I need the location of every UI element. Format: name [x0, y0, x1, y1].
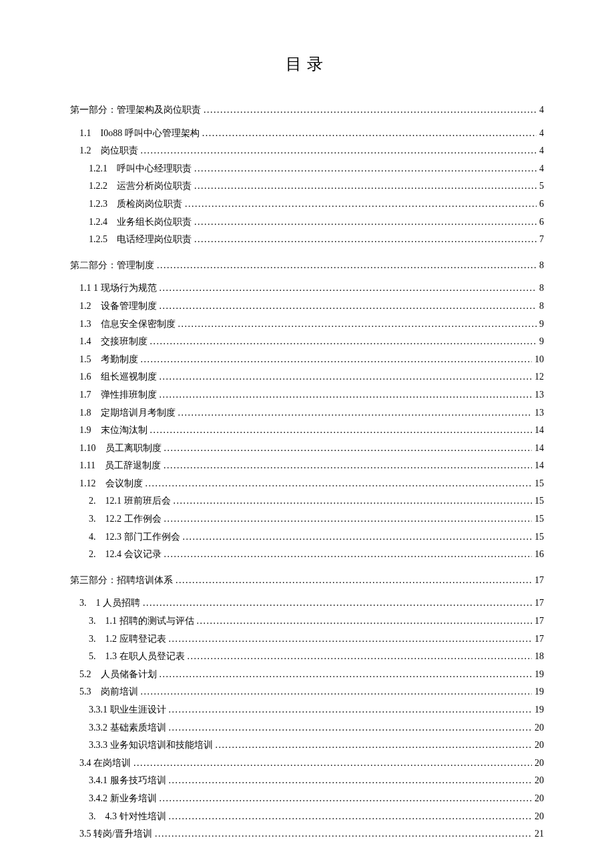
- toc-entry: 1.2.3 质检岗岗位职责6: [70, 195, 544, 213]
- toc-leader-dots: [204, 101, 537, 119]
- toc-page-number: 4: [539, 142, 544, 160]
- toc-entry: 3.3.2 基础素质培训20: [70, 719, 544, 737]
- toc-label: 1.5 考勤制度: [79, 351, 138, 369]
- toc-leader-dots: [164, 440, 533, 458]
- toc-leader-dots: [176, 572, 532, 590]
- toc-label: 1.2.5 电话经理岗位职责: [89, 231, 192, 249]
- toc-page-number: 14: [535, 457, 544, 475]
- toc-entry: 5.2 人员储备计划19: [70, 666, 544, 684]
- toc-entry: 3. 1.2 应聘登记表17: [70, 630, 544, 648]
- toc-label: 3.3.3 业务知识培训和技能培训: [89, 737, 213, 755]
- toc-page-number: 15: [535, 528, 544, 546]
- toc-label: 5.3 岗前培训: [79, 683, 138, 701]
- toc-leader-dots: [178, 404, 533, 422]
- toc-entry: 3. 1.1 招聘的测试与评估17: [70, 612, 544, 630]
- page-title: 目录: [70, 53, 544, 75]
- toc-entry: 1.1 1 现场行为规范8: [70, 280, 544, 298]
- toc-label: 1.9 末位淘汰制: [79, 422, 147, 440]
- toc-entry: 1.2.1 呼叫中心经理职责4: [70, 160, 544, 178]
- toc-page-number: 15: [535, 475, 544, 493]
- toc-leader-dots: [164, 457, 532, 475]
- toc-label: 5.2 人员储备计划: [79, 666, 157, 684]
- toc-leader-dots: [169, 630, 533, 648]
- toc-label: 1.1 1 现场行为规范: [79, 280, 157, 298]
- toc-entry: 1.6 组长巡视制度12: [70, 368, 544, 386]
- toc-label: 1.4 交接班制度: [79, 333, 147, 351]
- toc-label: 1.2.1 呼叫中心经理职责: [89, 160, 192, 178]
- toc-leader-dots: [150, 333, 537, 351]
- toc-label: 1.2 设备管理制度: [79, 298, 157, 316]
- toc-page-number: 4: [539, 101, 544, 119]
- toc-label: 3. 1 人员招聘: [79, 594, 140, 612]
- toc-entry: 1.8 定期培训月考制度13: [70, 404, 544, 422]
- toc-entry: 3.3.1 职业生涯设计19: [70, 701, 544, 719]
- toc-page-number: 14: [535, 422, 544, 440]
- toc-page-number: 20: [535, 737, 544, 755]
- toc-page-number: 19: [535, 666, 544, 684]
- toc-leader-dots: [202, 125, 537, 143]
- toc-page-number: 13: [535, 386, 544, 404]
- toc-label: 第一部分：管理架构及岗位职责: [70, 101, 201, 119]
- toc-leader-dots: [160, 368, 533, 386]
- toc-page-number: 8: [539, 280, 544, 298]
- toc-page-number: 21: [535, 825, 544, 843]
- toc-leader-dots: [160, 666, 533, 684]
- toc-leader-dots: [174, 492, 533, 510]
- toc-leader-dots: [160, 386, 533, 404]
- toc-leader-dots: [194, 213, 537, 232]
- toc-leader-dots: [160, 298, 537, 316]
- toc-entry: 1.2.5 电话经理岗位职责7: [70, 231, 544, 249]
- toc-label: 1.11 员工辞退制度: [79, 457, 161, 475]
- toc-label: 4. 12.3 部门工作例会: [89, 528, 180, 546]
- toc-entry: 1.11 员工辞退制度14: [70, 457, 544, 475]
- toc-page-number: 15: [535, 492, 544, 510]
- toc-page-number: 5: [539, 177, 544, 195]
- toc-leader-dots: [164, 546, 533, 564]
- toc-page-number: 9: [539, 316, 544, 334]
- toc-page-number: 19: [535, 683, 544, 701]
- toc-label: 1.2.4 业务组长岗位职责: [89, 213, 192, 232]
- toc-entry: 1.9 末位淘汰制14: [70, 422, 544, 440]
- toc-leader-dots: [164, 510, 533, 528]
- toc-label: 1.8 定期培训月考制度: [79, 404, 176, 422]
- toc-entry: 3. 12.2 工作例会15: [70, 510, 544, 528]
- toc-page-number: 20: [535, 719, 544, 737]
- toc-page-number: 13: [535, 404, 544, 422]
- toc-entry: 1.3 信息安全保密制度9: [70, 316, 544, 334]
- toc-entry: 1.1 I0o88 呼叫中心管理架构4: [70, 125, 544, 143]
- toc-page-number: 14: [535, 440, 544, 458]
- toc-page-number: 17: [535, 594, 544, 612]
- toc-entry: 1.10 员工离职制度14: [70, 440, 544, 458]
- toc-leader-dots: [183, 528, 533, 546]
- toc-entry: 第三部分：招聘培训体系17: [70, 572, 544, 590]
- toc-label: 1.1 I0o88 呼叫中心管理架构: [79, 125, 200, 143]
- toc-page-number: 9: [539, 333, 544, 351]
- toc-page-number: 8: [539, 298, 544, 316]
- toc-leader-dots: [145, 475, 533, 493]
- toc-entry: 1.12 会议制度15: [70, 475, 544, 493]
- toc-entry: 4. 12.3 部门工作例会15: [70, 528, 544, 546]
- toc-entry: 3.3.3 业务知识培训和技能培训20: [70, 737, 544, 755]
- toc-leader-dots: [155, 825, 532, 843]
- toc-label: 2. 12.4 会议记录: [89, 546, 162, 564]
- toc-leader-dots: [216, 737, 533, 755]
- toc-leader-dots: [150, 422, 533, 440]
- toc-entry: 1.2.2 运营分析岗位职责5: [70, 177, 544, 195]
- toc-entry: 3. 1 人员招聘17: [70, 594, 544, 612]
- toc-leader-dots: [194, 177, 537, 195]
- toc-page-number: 19: [535, 701, 544, 719]
- toc-label: 1.10 员工离职制度: [79, 440, 162, 458]
- toc-label: 第三部分：招聘培训体系: [70, 572, 173, 590]
- toc-leader-dots: [133, 755, 532, 773]
- toc-entry: 1.5 考勤制度10: [70, 351, 544, 369]
- toc-entry: 5.3 岗前培训19: [70, 683, 544, 701]
- toc-entry: 1.2.4 业务组长岗位职责6: [70, 213, 544, 232]
- toc-leader-dots: [143, 594, 532, 612]
- toc-page-number: 8: [539, 257, 544, 275]
- toc-entry: 3. 4.3 针对性培训20: [70, 808, 544, 826]
- toc-leader-dots: [141, 683, 533, 701]
- toc-page-number: 4: [539, 160, 544, 178]
- toc-entry: 第二部分：管理制度8: [70, 257, 544, 275]
- toc-label: 1.6 组长巡视制度: [79, 368, 157, 386]
- toc-page-number: 12: [535, 368, 544, 386]
